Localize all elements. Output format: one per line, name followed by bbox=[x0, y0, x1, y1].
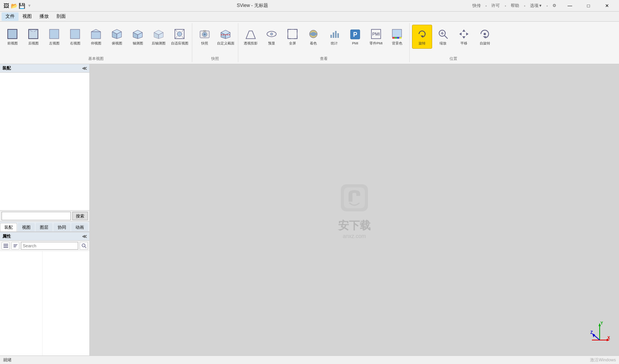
open-icon[interactable]: 📂 bbox=[11, 3, 17, 9]
svg-rect-6 bbox=[50, 29, 59, 39]
pmi-btn[interactable]: P PMI bbox=[345, 25, 365, 49]
properties-search-input[interactable] bbox=[21, 242, 78, 250]
bg-color-icon bbox=[391, 28, 403, 40]
svg-rect-0 bbox=[8, 29, 17, 39]
tab-view[interactable]: 视图 bbox=[18, 223, 35, 231]
svg-line-34 bbox=[246, 31, 249, 39]
menu-play[interactable]: 播放 bbox=[36, 12, 53, 21]
fullscreen-icon bbox=[286, 28, 299, 40]
help[interactable]: 帮助 bbox=[511, 3, 519, 9]
minimize-button[interactable]: — bbox=[561, 0, 579, 11]
watermark: 安下载 anxz.com bbox=[337, 180, 372, 239]
svg-line-24 bbox=[182, 36, 184, 39]
options[interactable]: 选项 ▾ bbox=[530, 3, 542, 9]
preview-btn[interactable]: 预显 bbox=[262, 25, 282, 49]
svg-text:X: X bbox=[607, 336, 610, 340]
position-buttons: 旋转 缩放 平移 自旋转 bbox=[412, 23, 495, 55]
divider1: • bbox=[486, 3, 487, 8]
assembly-pin[interactable]: ≪ bbox=[82, 66, 87, 71]
left-panel: 装配 ≪ 搜索 装配 视图 图层 协同 动画 属性 ≪ bbox=[0, 64, 90, 355]
svg-point-63 bbox=[484, 33, 486, 35]
part-pmi-icon: PMI bbox=[370, 28, 382, 40]
back-view-btn[interactable]: 后视图 bbox=[23, 25, 43, 49]
snapshot-btn[interactable]: 快照 bbox=[195, 25, 215, 49]
right-view-icon bbox=[69, 28, 81, 40]
view-label: 查看 bbox=[241, 55, 407, 62]
menu-section[interactable]: 剖面 bbox=[53, 12, 70, 21]
properties-pin[interactable]: ≪ bbox=[82, 234, 87, 239]
title-controls: 快传 • 许可 • 帮助 • 选项 ▾ • ⚙ — □ ✕ bbox=[472, 0, 616, 11]
bg-color-btn[interactable]: 背景色 bbox=[387, 25, 407, 49]
save-icon[interactable]: 💾 bbox=[19, 3, 25, 9]
color-icon bbox=[307, 28, 320, 40]
stats-btn[interactable]: 统计 bbox=[324, 25, 344, 49]
pan-icon bbox=[458, 28, 470, 40]
position-label: 位置 bbox=[412, 55, 495, 62]
left-view-icon bbox=[48, 28, 60, 40]
properties-panel: 属性 ≪ bbox=[0, 232, 89, 355]
basic-views-label: 基本视图 bbox=[2, 55, 190, 62]
svg-text:Y: Y bbox=[600, 321, 603, 325]
svg-line-21 bbox=[175, 29, 177, 32]
color-btn[interactable]: 着色 bbox=[303, 25, 323, 49]
top-view-btn[interactable]: 俯视图 bbox=[107, 25, 127, 49]
extra-icon[interactable]: ▼ bbox=[26, 3, 32, 9]
properties-title: 属性 bbox=[2, 233, 11, 239]
snapshot-icon bbox=[198, 28, 211, 40]
settings-icon[interactable]: ⚙ bbox=[552, 3, 556, 8]
assembly-panel: 装配 ≪ 搜索 bbox=[0, 64, 89, 222]
svg-marker-60 bbox=[459, 32, 462, 36]
prop-sort-btn[interactable] bbox=[11, 242, 19, 250]
assembly-search-btn[interactable]: 搜索 bbox=[72, 212, 88, 220]
fit-view-btn[interactable]: 自适应视图 bbox=[169, 25, 190, 49]
assembly-search-input[interactable] bbox=[2, 212, 71, 220]
stats-icon bbox=[328, 28, 340, 40]
bottom-view-btn[interactable]: 仰视图 bbox=[86, 25, 106, 49]
status-right: 激活Windows bbox=[590, 357, 616, 363]
svg-line-71 bbox=[85, 247, 86, 248]
perspective-btn[interactable]: 透视投影 bbox=[241, 25, 261, 49]
fullscreen-btn[interactable]: 全屏 bbox=[282, 25, 303, 49]
view-buttons: 透视投影 预显 全屏 着色 bbox=[241, 23, 407, 55]
svg-rect-2 bbox=[29, 29, 38, 39]
tab-layer[interactable]: 图层 bbox=[36, 223, 53, 231]
properties-search-btn[interactable] bbox=[80, 242, 88, 250]
prop-list-btn[interactable] bbox=[2, 242, 10, 250]
rotate-btn[interactable]: 旋转 bbox=[412, 25, 432, 49]
pan-btn[interactable]: 平移 bbox=[454, 25, 474, 49]
zoom-btn[interactable]: 缩放 bbox=[433, 25, 453, 49]
viewport[interactable]: 安下载 anxz.com Y X Z bbox=[90, 64, 619, 355]
svg-rect-41 bbox=[333, 32, 334, 38]
quick-transfer-label: 快传 bbox=[472, 3, 481, 9]
zoom-icon bbox=[437, 28, 449, 40]
svg-rect-8 bbox=[91, 32, 101, 39]
custom-section-btn[interactable]: 自定义截面 bbox=[215, 25, 236, 49]
svg-marker-61 bbox=[466, 32, 469, 36]
auto-rotate-btn[interactable]: 自旋转 bbox=[475, 25, 495, 49]
axes-widget: Y X Z bbox=[588, 321, 611, 344]
close-button[interactable]: ✕ bbox=[598, 0, 616, 11]
part-pmi-btn[interactable]: PMI 零件PMI bbox=[366, 25, 386, 49]
menu-view[interactable]: 视图 bbox=[19, 12, 36, 21]
options-label: 选项 bbox=[530, 3, 539, 9]
toolbar-group-basic-views: 前视图 后视图 左视图 右视图 bbox=[0, 23, 192, 62]
svg-rect-43 bbox=[337, 33, 339, 38]
assembly-title: 装配 bbox=[2, 65, 11, 71]
menu-file[interactable]: 文件 bbox=[2, 12, 19, 21]
quick-transfer[interactable]: 快传 bbox=[472, 3, 481, 9]
front-view-btn[interactable]: 前视图 bbox=[2, 25, 22, 49]
svg-point-70 bbox=[82, 244, 85, 247]
svg-rect-42 bbox=[335, 31, 337, 38]
tab-assembly[interactable]: 装配 bbox=[0, 223, 17, 231]
properties-content bbox=[0, 251, 89, 355]
right-view-btn[interactable]: 右视图 bbox=[65, 25, 85, 49]
license[interactable]: 许可 bbox=[491, 3, 500, 9]
left-view-btn[interactable]: 左视图 bbox=[44, 25, 64, 49]
isometric-view-btn[interactable]: 轴测图 bbox=[128, 25, 148, 49]
tab-collab[interactable]: 协同 bbox=[53, 223, 70, 231]
back-iso-view-btn[interactable]: 后轴测图 bbox=[149, 25, 169, 49]
maximize-button[interactable]: □ bbox=[580, 0, 597, 11]
tab-animation[interactable]: 动画 bbox=[71, 223, 88, 231]
svg-rect-65 bbox=[3, 245, 8, 246]
divider3: • bbox=[524, 3, 525, 8]
